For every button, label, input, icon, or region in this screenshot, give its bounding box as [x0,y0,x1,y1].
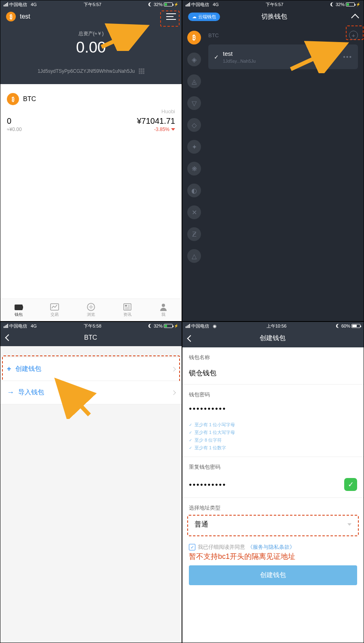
warning-text: 暂不支持bc1开头的隔离见证地址 [182,551,364,562]
check-icon: ✓ [189,438,192,442]
signal-icon [186,324,190,328]
sidebar-coin[interactable]: ❋ [187,162,201,176]
tab-browse[interactable]: 浏览 [73,299,109,321]
battery-icon [346,2,355,6]
import-wallet-label: 导入钱包 [18,388,168,397]
name-label: 钱包名称 [182,347,364,364]
network: 4G [31,2,37,7]
network: 4G [213,2,219,7]
exchange-label: Huobi [161,108,175,114]
wifi-icon: ◉ [213,324,217,329]
match-check-icon: ✓ [344,478,357,491]
sidebar-coin2[interactable]: ✕ [187,205,201,219]
tab-trade[interactable]: 交易 [37,299,73,321]
name-input[interactable]: 锁仓钱包 [182,364,364,385]
section-label: BTC [208,32,219,38]
bitcoin-icon: ₿ [7,93,19,105]
holding-amount: 0 [7,116,11,126]
dnd-icon [148,2,152,6]
wallet-address[interactable]: 1Jd5sydTSyPp6CGZYJNf59Whhw1uNah5Ju [38,68,135,74]
svg-rect-4 [124,304,131,310]
panel-switch-wallet: 中国电信 4G 下午5:57 32%⚡ ☁云端钱包 切换钱包 ₿ ◈ ◬ ▽ ◇… [182,0,364,322]
carrier: 中国电信 [9,323,27,329]
panel-wallet-home: 中国电信 4G 下午5:57 32%⚡ ₿ test 总资产(≈￥) 0.00 … [0,0,182,322]
battery-percent: 32% [336,2,345,7]
carrier: 中国电信 [191,323,209,329]
page-title: 切换钱包 [196,13,352,21]
menu-icon[interactable] [166,13,176,21]
signal-icon [4,2,8,6]
svg-rect-5 [125,305,127,307]
pwd-input[interactable]: ●●●●●●●●●● [182,402,364,418]
balance-amount: 0.00 [0,39,182,56]
panel-btc-actions: 中国电信 4G 下午5:58 32%⚡ BTC + 创建钱包 → 导入钱包 [0,322,182,643]
status-bar: 中国电信 ◉ 上午10:56 60% [182,322,364,330]
chevron-right-icon [171,390,176,395]
chart-icon [50,303,59,311]
battery-icon [351,324,360,328]
status-time: 上午10:56 [267,323,287,329]
check-icon: ✓ [214,54,219,60]
check-icon: ✓ [189,423,192,427]
coin-sidebar: ₿ ◈ ◬ ▽ ◇ ✦ ❋ ◐ ✕ Ƶ △ [182,27,206,316]
wallet-item[interactable]: ✓ test 1Jd5sy...Nah5Ju ••• [208,44,358,69]
dnd-icon [336,324,340,328]
terms-link[interactable]: 《服务与隐私条款》 [248,544,295,551]
terms-checkbox[interactable]: ✓ [189,544,195,550]
battery-percent: 32% [154,324,163,328]
dnd-icon [148,324,152,328]
holding-cny: ≈¥0.00 [7,127,22,132]
page-title: 创建钱包 [187,334,358,343]
sidebar-eos[interactable]: ◬ [187,74,201,88]
qr-icon[interactable] [139,68,144,74]
terms-row[interactable]: ✓ 我已仔细阅读并同意 《服务与隐私条款》 [182,536,364,551]
tab-news[interactable]: 资讯 [109,299,146,321]
status-bar: 中国电信 4G 下午5:58 32%⚡ [0,322,182,330]
balance-label: 总资产(≈￥) [0,30,182,37]
pwd2-label: 重复钱包密码 [182,457,364,474]
chevron-down-icon [347,523,351,526]
bitcoin-icon: ₿ [6,12,16,21]
coin-symbol: BTC [23,95,36,103]
coin-price: ¥71041.71 [137,116,175,126]
tab-me[interactable]: 我 [145,299,182,321]
signal-icon [186,2,190,6]
wallet-address-short: 1Jd5sy...Nah5Ju [223,59,339,63]
sidebar-coin3[interactable]: Ƶ [187,227,201,241]
sidebar-btc[interactable]: ₿ [187,31,201,44]
create-wallet-button[interactable]: 创建钱包 [189,565,357,585]
sidebar-ont[interactable]: ◐ [187,184,201,197]
sidebar-atom[interactable]: ✦ [187,140,201,154]
page-title: BTC [5,334,176,341]
panel-create-wallet: 中国电信 ◉ 上午10:56 60% 创建钱包 钱包名称 锁仓钱包 钱包密码 ●… [182,322,364,643]
sidebar-trx[interactable]: ▽ [187,96,201,110]
tab-wallet[interactable]: 钱包 [0,299,37,321]
sidebar-bnb[interactable]: ◇ [187,118,201,132]
sidebar-eth[interactable]: ◈ [187,53,201,66]
signal-icon [4,324,8,328]
battery-percent: 32% [154,2,163,7]
highlight-add [346,25,364,40]
battery-percent: 60% [341,324,350,328]
carrier: 中国电信 [191,2,209,8]
address-type-select[interactable]: 普通 [187,515,359,536]
password-requirements: ✓至少有 1 位小写字母 ✓至少有 1 位大写字母 ✓至少 8 位字符 ✓至少有… [182,418,364,457]
type-label: 选择地址类型 [182,498,364,515]
check-icon: ✓ [189,430,192,435]
import-wallet-row[interactable]: → 导入钱包 [0,381,182,404]
battery-icon [164,324,173,328]
svg-point-10 [162,304,165,307]
more-icon[interactable]: ••• [343,53,352,61]
pwd2-input[interactable]: ●●●●●●●●●● ✓ [182,474,364,498]
price-change: -3.85% [154,127,175,132]
chevron-down-icon [171,128,175,131]
create-wallet-row[interactable]: + 创建钱包 [0,357,182,381]
wallet-name: test [20,13,166,20]
status-time: 下午5:57 [84,2,101,8]
status-time: 下午5:57 [266,2,283,8]
network: 4G [31,324,37,328]
svg-rect-1 [20,306,23,309]
user-icon [159,303,168,311]
chevron-up-icon[interactable] [351,14,359,22]
sidebar-coin4[interactable]: △ [187,249,201,263]
